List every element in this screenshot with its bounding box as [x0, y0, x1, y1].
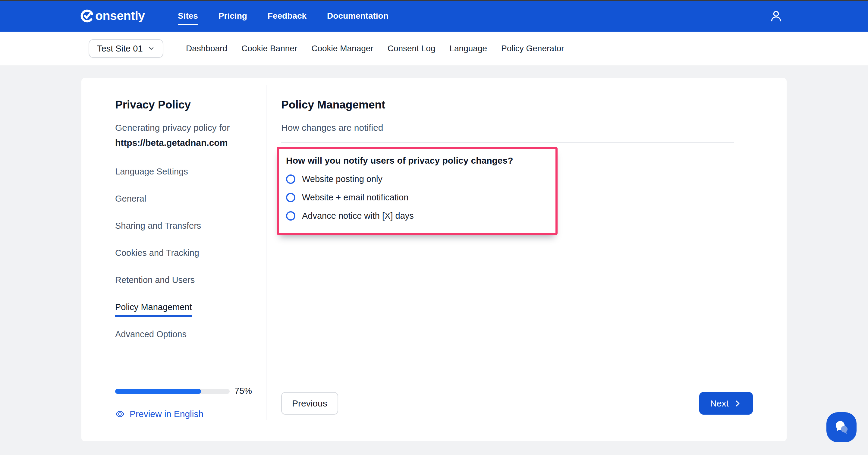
nav-link-sites[interactable]: Sites	[178, 11, 198, 21]
step-policy-management[interactable]: Policy Management	[115, 302, 192, 312]
question-label: How will you notify users of privacy pol…	[286, 156, 548, 166]
brand-logo[interactable]: onsently	[80, 0, 145, 32]
tab-language[interactable]: Language	[450, 44, 487, 53]
tab-dashboard[interactable]: Dashboard	[186, 44, 227, 53]
user-account-button[interactable]	[769, 9, 783, 23]
nav-link-documentation[interactable]: Documentation	[327, 11, 389, 21]
site-url: https://beta.getadnan.com	[115, 138, 227, 148]
radio-advance-notice-days[interactable]	[286, 211, 296, 221]
user-icon	[769, 9, 783, 23]
nav-link-feedback[interactable]: Feedback	[268, 11, 307, 21]
option-website-email-notification[interactable]: Website + email notification	[286, 193, 548, 202]
nav-link-pricing[interactable]: Pricing	[218, 11, 247, 21]
step-sharing-and-transfers[interactable]: Sharing and Transfers	[115, 221, 201, 231]
next-button[interactable]: Next	[699, 392, 753, 415]
tab-cookie-manager[interactable]: Cookie Manager	[311, 44, 373, 53]
step-language-settings[interactable]: Language Settings	[115, 167, 188, 176]
tab-policy-generator[interactable]: Policy Generator	[501, 44, 564, 53]
chat-widget-button[interactable]	[827, 412, 857, 442]
previous-button[interactable]: Previous	[281, 392, 338, 415]
site-tabs: Dashboard Cookie Banner Cookie Manager C…	[186, 32, 564, 65]
page-subtitle: How changes are notified	[281, 123, 383, 133]
tab-consent-log[interactable]: Consent Log	[388, 44, 435, 53]
option-website-posting-only[interactable]: Website posting only	[286, 174, 548, 184]
page-title: Policy Management	[281, 99, 385, 111]
chat-bubbles-icon	[833, 419, 850, 436]
radio-website-email-notification[interactable]	[286, 193, 296, 202]
step-general[interactable]: General	[115, 194, 146, 204]
site-selector-label: Test Site 01	[97, 44, 143, 54]
step-retention-and-users[interactable]: Retention and Users	[115, 275, 195, 285]
content-divider	[281, 142, 734, 143]
consently-logo-icon	[80, 8, 95, 24]
site-selector-dropdown[interactable]: Test Site 01	[89, 39, 163, 58]
eye-icon	[115, 409, 125, 419]
sidebar-divider	[266, 85, 267, 420]
tab-cookie-banner[interactable]: Cookie Banner	[241, 44, 297, 53]
wizard-title: Privacy Policy	[115, 99, 191, 111]
progress-bar-fill	[115, 389, 201, 394]
step-cookies-and-tracking[interactable]: Cookies and Tracking	[115, 248, 199, 258]
site-navbar: Test Site 01 Dashboard Cookie Banner Coo…	[0, 32, 868, 65]
preview-link-label: Preview in English	[130, 409, 204, 419]
progress-percent: 75%	[235, 386, 252, 396]
option-advance-notice-days[interactable]: Advance notice with [X] days	[286, 211, 548, 221]
brand-wordmark: onsently	[95, 9, 145, 23]
policy-generator-card: Privacy Policy Generating privacy policy…	[82, 78, 786, 441]
chevron-right-icon	[733, 399, 742, 408]
screen-top-edge	[0, 0, 868, 1]
highlighted-question-box: How will you notify users of privacy pol…	[277, 147, 558, 235]
top-navbar: onsently Sites Pricing Feedback Document…	[0, 0, 868, 32]
top-nav-links: Sites Pricing Feedback Documentation	[178, 0, 389, 32]
radio-website-posting-only[interactable]	[286, 174, 296, 184]
chevron-down-icon	[148, 45, 155, 52]
preview-in-english-link[interactable]: Preview in English	[115, 409, 204, 419]
progress-bar	[115, 389, 230, 394]
step-advanced-options[interactable]: Advanced Options	[115, 329, 187, 339]
wizard-subtitle: Generating privacy policy for	[115, 123, 230, 133]
